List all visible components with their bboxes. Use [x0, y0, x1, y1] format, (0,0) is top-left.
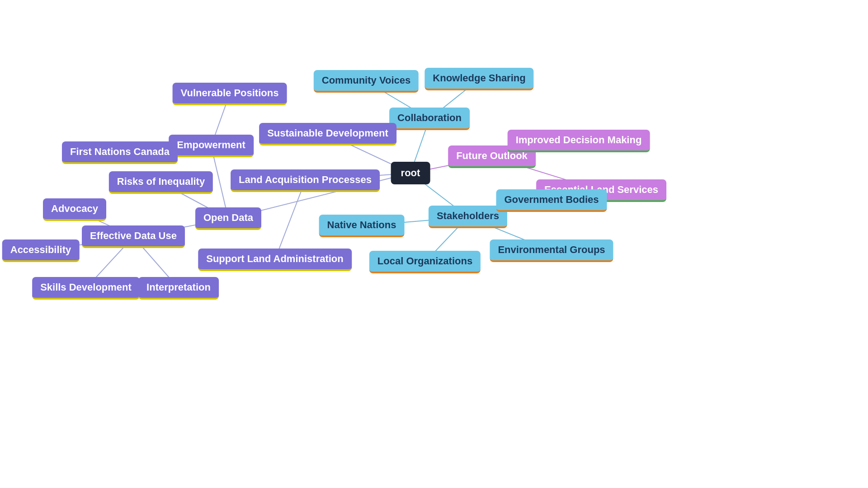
- node-skills-dev[interactable]: Skills Development: [32, 277, 140, 300]
- node-collaboration[interactable]: Collaboration: [389, 108, 470, 130]
- node-effective-data-use[interactable]: Effective Data Use: [82, 225, 185, 248]
- node-empowerment[interactable]: Empowerment: [169, 135, 254, 157]
- node-native-nations[interactable]: Native Nations: [319, 215, 405, 237]
- node-open-data[interactable]: Open Data: [195, 207, 261, 230]
- mind-map-canvas: rootCollaborationCommunity VoicesKnowled…: [0, 0, 868, 488]
- node-community-voices[interactable]: Community Voices: [314, 70, 419, 93]
- node-risks-inequality[interactable]: Risks of Inequality: [109, 171, 213, 194]
- node-local-organizations[interactable]: Local Organizations: [369, 251, 481, 273]
- node-improved-decision[interactable]: Improved Decision Making: [508, 130, 650, 152]
- node-advocacy[interactable]: Advocacy: [43, 198, 106, 221]
- svg-line-14: [275, 181, 305, 260]
- node-environmental-groups[interactable]: Environmental Groups: [490, 239, 613, 262]
- node-interpretation[interactable]: Interpretation: [138, 277, 219, 300]
- node-stakeholders[interactable]: Stakeholders: [429, 206, 507, 228]
- node-support-land[interactable]: Support Land Administration: [198, 249, 352, 271]
- node-sustainable-dev[interactable]: Sustainable Development: [259, 123, 396, 145]
- node-knowledge-sharing[interactable]: Knowledge Sharing: [425, 68, 533, 90]
- node-first-nations[interactable]: First Nations Canada: [62, 141, 178, 164]
- node-government-bodies[interactable]: Government Bodies: [496, 189, 607, 212]
- node-accessibility[interactable]: Accessibility: [2, 239, 80, 262]
- node-land-acquisition[interactable]: Land Acquisition Processes: [231, 169, 380, 192]
- node-vulnerable-positions[interactable]: Vulnerable Positions: [173, 83, 287, 105]
- node-root[interactable]: root: [391, 162, 430, 184]
